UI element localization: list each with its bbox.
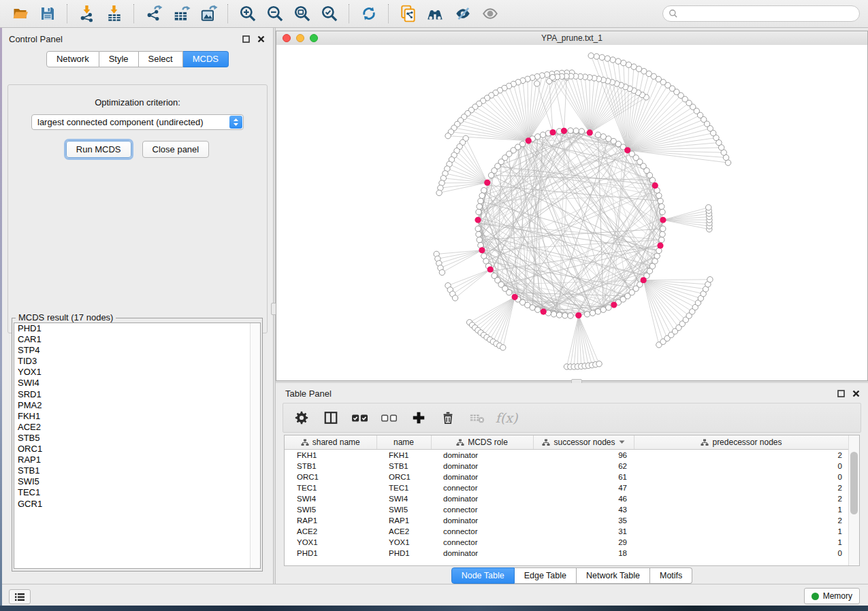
table-cell[interactable]: 29 bbox=[533, 537, 634, 548]
close-panel-icon[interactable] bbox=[257, 35, 265, 43]
table-cell[interactable]: 2 bbox=[634, 482, 849, 493]
mcds-result-item[interactable]: FKH1 bbox=[14, 411, 260, 422]
table-cell[interactable]: 31 bbox=[533, 526, 634, 537]
open-file-icon[interactable] bbox=[9, 3, 32, 24]
table-cell[interactable]: SWI5 bbox=[285, 504, 376, 515]
clone-network-icon[interactable] bbox=[397, 3, 420, 24]
float-panel-icon[interactable] bbox=[242, 35, 250, 43]
table-options-icon[interactable] bbox=[293, 409, 310, 427]
column-header-predecessor-nodes[interactable]: predecessor nodes bbox=[634, 435, 849, 450]
save-session-icon[interactable] bbox=[36, 3, 59, 24]
refresh-layout-icon[interactable] bbox=[357, 3, 381, 24]
table-cell[interactable]: PHD1 bbox=[376, 548, 431, 559]
mcds-result-list[interactable]: PHD1CAR1STP4TID3YOX1SWI4SRD1PMA2FKH1ACE2… bbox=[14, 323, 261, 569]
table-cell[interactable]: ACE2 bbox=[376, 526, 431, 537]
mcds-result-item[interactable]: SWI4 bbox=[14, 378, 260, 389]
table-cell[interactable]: 96 bbox=[533, 450, 634, 461]
column-header-name[interactable]: name bbox=[376, 435, 431, 450]
table-cell[interactable]: ORC1 bbox=[376, 472, 431, 482]
close-panel-button[interactable]: Close panel bbox=[142, 141, 210, 158]
export-table-icon[interactable] bbox=[170, 3, 193, 24]
mcds-result-item[interactable]: STB5 bbox=[14, 433, 260, 444]
tab-style[interactable]: Style bbox=[99, 51, 139, 67]
zoom-out-icon[interactable] bbox=[263, 3, 287, 24]
table-cell[interactable]: 35 bbox=[533, 515, 634, 526]
network-canvas[interactable] bbox=[276, 45, 867, 380]
tab-network[interactable]: Network bbox=[46, 51, 99, 67]
table-cell[interactable]: STB1 bbox=[285, 461, 376, 472]
mcds-result-item[interactable]: GCR1 bbox=[14, 499, 260, 510]
tab-motifs[interactable]: Motifs bbox=[650, 567, 692, 584]
table-cell[interactable]: 47 bbox=[533, 482, 634, 493]
table-cell[interactable]: 2 bbox=[634, 515, 849, 526]
mcds-result-item[interactable]: PMA2 bbox=[14, 400, 260, 411]
network-titlebar[interactable]: YPA_prune.txt_1 bbox=[276, 31, 867, 46]
table-cell[interactable]: dominator bbox=[431, 493, 533, 504]
find-icon[interactable] bbox=[424, 3, 447, 24]
search-box[interactable] bbox=[662, 5, 860, 22]
delete-column-icon[interactable] bbox=[439, 409, 457, 427]
table-cell[interactable]: dominator bbox=[431, 472, 533, 482]
table-cell[interactable]: ORC1 bbox=[285, 472, 376, 482]
float-panel-icon[interactable] bbox=[837, 390, 845, 397]
table-cell[interactable]: PHD1 bbox=[285, 548, 376, 559]
deselect-all-icon[interactable] bbox=[381, 409, 398, 427]
tab-mcds[interactable]: MCDS bbox=[183, 51, 229, 67]
close-panel-icon[interactable] bbox=[852, 390, 860, 397]
column-header-successor-nodes[interactable]: successor nodes bbox=[533, 435, 634, 450]
table-cell[interactable]: dominator bbox=[431, 515, 533, 526]
table-cell[interactable]: ACE2 bbox=[285, 526, 376, 537]
table-cell[interactable]: SWI4 bbox=[376, 493, 431, 504]
show-graphics-details-icon[interactable] bbox=[479, 3, 502, 24]
table-cell[interactable]: STB1 bbox=[376, 461, 431, 472]
table-cell[interactable]: 0 bbox=[634, 461, 849, 472]
mcds-result-item[interactable]: TID3 bbox=[14, 356, 260, 367]
mcds-result-item[interactable]: PHD1 bbox=[14, 323, 260, 334]
table-cell[interactable]: 62 bbox=[533, 461, 634, 472]
mcds-result-item[interactable]: TEC1 bbox=[14, 487, 260, 498]
import-network-icon[interactable] bbox=[76, 3, 99, 24]
table-cell[interactable]: 43 bbox=[533, 504, 634, 515]
table-cell[interactable]: 0 bbox=[634, 548, 849, 559]
table-cell[interactable]: 2 bbox=[634, 493, 849, 504]
mcds-result-item[interactable]: ACE2 bbox=[14, 422, 260, 433]
delete-table-icon[interactable] bbox=[468, 409, 486, 427]
table-scrollbar[interactable] bbox=[848, 435, 859, 565]
table-cell[interactable]: 1 bbox=[634, 504, 849, 515]
show-column-panel-icon[interactable] bbox=[322, 409, 340, 427]
select-all-icon[interactable] bbox=[351, 409, 369, 427]
mcds-result-item[interactable]: YOX1 bbox=[14, 367, 260, 378]
criterion-select[interactable]: largest connected component (undirected) bbox=[31, 114, 244, 130]
table-cell[interactable]: SWI5 bbox=[376, 504, 431, 515]
mcds-result-item[interactable]: STP4 bbox=[14, 345, 260, 356]
import-table-icon[interactable] bbox=[103, 3, 126, 24]
table-cell[interactable]: 61 bbox=[533, 472, 634, 482]
table-cell[interactable]: FKH1 bbox=[285, 450, 376, 461]
mcds-result-item[interactable]: RAP1 bbox=[14, 455, 260, 465]
mcds-list-scrollbar[interactable] bbox=[250, 323, 260, 568]
column-header-shared-name[interactable]: shared name bbox=[285, 435, 376, 450]
table-cell[interactable]: dominator bbox=[431, 461, 533, 472]
table-cell[interactable]: connector bbox=[431, 537, 533, 548]
zoom-selected-icon[interactable] bbox=[318, 3, 341, 24]
table-cell[interactable]: 1 bbox=[634, 526, 849, 537]
mcds-result-item[interactable]: SRD1 bbox=[14, 389, 260, 400]
table-cell[interactable]: dominator bbox=[431, 548, 533, 559]
table-cell[interactable]: YOX1 bbox=[376, 537, 431, 548]
tab-network-table[interactable]: Network Table bbox=[577, 567, 650, 584]
table-cell[interactable]: YOX1 bbox=[285, 537, 376, 548]
table-cell[interactable]: SWI4 bbox=[285, 493, 376, 504]
table-cell[interactable]: TEC1 bbox=[285, 482, 376, 493]
table-cell[interactable]: connector bbox=[431, 482, 533, 493]
create-column-icon[interactable] bbox=[410, 409, 428, 427]
export-image-icon[interactable] bbox=[197, 3, 220, 24]
table-cell[interactable]: RAP1 bbox=[285, 515, 376, 526]
zoom-in-icon[interactable] bbox=[236, 3, 259, 24]
hide-graphics-details-icon[interactable] bbox=[451, 3, 475, 24]
export-network-icon[interactable] bbox=[142, 3, 165, 24]
table-cell[interactable]: 46 bbox=[533, 493, 634, 504]
mcds-result-item[interactable]: STB1 bbox=[14, 465, 260, 476]
show-task-history-button[interactable] bbox=[9, 589, 31, 604]
run-mcds-button[interactable]: Run MCDS bbox=[66, 141, 131, 158]
mcds-result-item[interactable]: CAR1 bbox=[14, 334, 260, 345]
